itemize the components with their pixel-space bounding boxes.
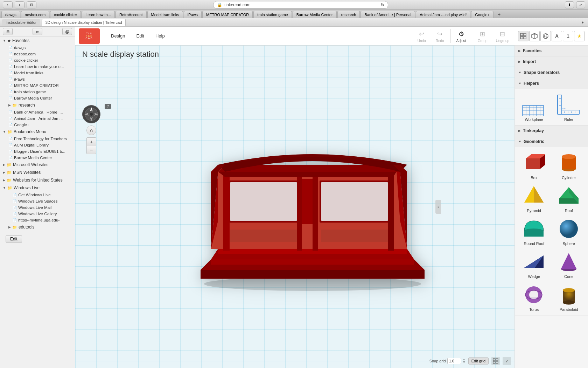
panel-geometric-header[interactable]: ▼ Geometric [515, 136, 588, 147]
sidebar-item-wl-gallery[interactable]: 📄 Windows Live Gallery [0, 211, 75, 217]
shape-item-roof[interactable]: Roof [553, 183, 585, 213]
shape-item-torus[interactable]: Torus [518, 282, 550, 312]
panel-favorites-header[interactable]: ▶ Favorites [515, 46, 588, 56]
tab-barrow[interactable]: Barrow Media Center [293, 11, 337, 18]
sidebar-item-animaljam[interactable]: 📄 Animal Jam - Animal Jam... [0, 115, 75, 122]
sidebar-item-ipaws[interactable]: 📄 iPaws [0, 76, 75, 82]
text-view-btn[interactable]: A [552, 31, 562, 41]
url-bar[interactable]: 🔒 tinkercad.com ↻ [213, 1, 388, 9]
panel-tinkerplay-header[interactable]: ▶ Tinkerplay [515, 125, 588, 136]
panel-shape-generators-header[interactable]: ▼ Shape Generators [515, 67, 588, 78]
sidebar-item-mytime[interactable]: 📄 https--mytime.uga.edu- [0, 217, 75, 223]
shape-item-wedge[interactable]: Wedge [518, 249, 550, 279]
canvas-area[interactable]: N scale display station [75, 46, 514, 368]
tab-cookie[interactable]: cookie clicker [50, 11, 81, 18]
tab-train[interactable]: train station game [253, 11, 292, 18]
sidebar-item-train[interactable]: 📄 train station game [0, 89, 75, 95]
redo-button[interactable]: ↪ Redo [432, 28, 448, 44]
refresh-button[interactable]: ↻ [381, 2, 384, 7]
sidebar-item-ftt[interactable]: 📄 Free Technology for Teachers [0, 136, 75, 142]
zoom-in-button[interactable]: + [86, 137, 96, 146]
new-split-tab-button[interactable]: + [580, 20, 586, 25]
edutools-folder[interactable]: ▶ 📁 edutools [0, 223, 75, 231]
fullscreen-button[interactable]: ⤢ [576, 1, 585, 8]
sidebar-item-wl-spaces[interactable]: 📄 Windows Live Spaces [0, 198, 75, 204]
sidebar-item-wl-mail[interactable]: 📄 Windows Live Mail [0, 204, 75, 211]
sidebar-item-bank[interactable]: 📄 Bank of America | Home |... [0, 109, 75, 115]
sidebar-item-tram[interactable]: 📄 Model tram links [0, 70, 75, 76]
compass-help[interactable]: ? [105, 104, 111, 109]
msn-folder[interactable]: ▶ 📁 MSN Websites [0, 169, 75, 176]
panel-import-header[interactable]: ▶ Import [515, 56, 588, 67]
number-view-btn[interactable]: 1 [563, 31, 573, 41]
tab-nesbox[interactable]: nesbox.com [21, 11, 49, 18]
sidebar-item-google[interactable]: 📄 Google+ [0, 122, 75, 128]
sidebar-item-acm[interactable]: 📄 ACM Digital Library [0, 142, 75, 148]
sidebar-list-icon[interactable]: ⊟ [3, 28, 13, 35]
edit-grid-button[interactable]: Edit grid [468, 357, 489, 364]
windows-live-folder[interactable]: ▼ 📁 Windows Live [0, 184, 75, 192]
edit-button[interactable]: Edit [6, 235, 22, 243]
tc-design-btn[interactable]: Design [105, 31, 131, 41]
panel-helpers-header[interactable]: ▼ Helpers [515, 78, 588, 89]
tab-button[interactable]: ⊡ [27, 1, 36, 8]
tc-help-btn[interactable]: Help [150, 31, 170, 41]
sidebar-item-nesbox[interactable]: 📄 nesbox.com [0, 51, 75, 57]
forward-button[interactable]: › [15, 1, 24, 8]
sidebar-item-metro[interactable]: 📄 METRO MAP CREATOR [0, 82, 75, 89]
sidebar-item-cookie[interactable]: 📄 cookie clicker [0, 57, 75, 63]
sidebar-item-learn[interactable]: 📄 Learn how to make your o... [0, 63, 75, 70]
group-button[interactable]: ⊞ Group [475, 28, 490, 44]
tab-dawgs[interactable]: dawgs [1, 11, 20, 18]
sidebar-at-icon[interactable]: @ [62, 28, 72, 35]
adjust-button[interactable]: ⚙ Adjust [454, 28, 469, 44]
tab-research[interactable]: research [337, 11, 360, 18]
shape-item-round-roof[interactable]: Round Roof [518, 216, 550, 246]
shape-item-cylinder[interactable]: Cylinder [553, 150, 585, 180]
shape-item-paraboloid[interactable]: Paraboloid [553, 282, 585, 312]
compass-control[interactable] [82, 105, 100, 123]
sidebar-item-barrow2[interactable]: 📄 Barrow Media Center [0, 155, 75, 161]
tc-edit-btn[interactable]: Edit [131, 31, 149, 41]
snap-down-button[interactable]: ▼ [463, 361, 465, 364]
us-folder[interactable]: ▶ 📁 Websites for United States [0, 176, 75, 184]
favorites-folder[interactable]: ▼ ★ Favorites [0, 37, 75, 45]
ungroup-button[interactable]: ⊟ Ungroup [493, 28, 512, 44]
sidebar-item-blogger[interactable]: 📄 Blogger: Dicer's EDU651 b... [0, 148, 75, 155]
grid-view-btn[interactable] [518, 31, 528, 41]
sidebar-item-dawgs[interactable]: 📄 dawgs [0, 45, 75, 51]
tab-tram[interactable]: Model tram links [147, 11, 183, 18]
sidebar-item-get-wl[interactable]: 📄 Get Windows Live [0, 192, 75, 198]
star-view-btn[interactable]: ★ [574, 31, 584, 41]
tab-google[interactable]: Google+ [471, 11, 493, 18]
sidebar-loop-icon[interactable]: ∞ [33, 28, 42, 35]
sphere-view-btn[interactable] [540, 31, 551, 41]
undo-button[interactable]: ↩ Undo [414, 28, 429, 44]
shape-item-cone[interactable]: Cone [553, 249, 585, 279]
sidebar-item-barrow1[interactable]: 📄 Barrow Media Center [0, 95, 75, 101]
cube-view-btn[interactable] [529, 31, 540, 41]
tab-retro[interactable]: RetroAccount [115, 11, 147, 18]
home-view-button[interactable]: ⌂ [86, 125, 96, 135]
tab-ipaws[interactable]: iPaws [184, 11, 202, 18]
zoom-out-button[interactable]: − [86, 146, 96, 154]
tab-metro[interactable]: METRO MAP CREATOR [202, 11, 253, 18]
share-button[interactable]: ⬆ [565, 1, 574, 8]
split-tab-instructable[interactable]: Instructable Editor [2, 19, 40, 26]
shape-item-workplane[interactable]: Workplane [518, 92, 550, 122]
bookmarks-menu-folder[interactable]: ▼ 📁 Bookmarks Menu [0, 128, 75, 136]
research-folder[interactable]: ▶ 📁 research [0, 101, 75, 109]
split-tab-tinkercad[interactable]: 3D design N scale display station | Tink… [42, 19, 126, 26]
snap-grid-input[interactable] [447, 358, 461, 364]
tab-animaljam[interactable]: Animal Jam -...nd play wild! [416, 11, 470, 18]
microsoft-folder[interactable]: ▶ 📁 Microsoft Websites [0, 161, 75, 169]
shape-item-box[interactable]: Box [518, 150, 550, 180]
shape-item-ruler[interactable]: mm Ruler [553, 92, 585, 122]
tab-learn[interactable]: Learn how to... [82, 11, 115, 18]
panel-toggle-button[interactable]: › [435, 200, 441, 214]
expand-button[interactable]: ⤢ [503, 357, 511, 365]
back-button[interactable]: ‹ [3, 1, 13, 8]
shape-item-pyramid[interactable]: Pyramid [518, 183, 550, 213]
tab-bank[interactable]: Bank of Ameri...• | Personal [360, 11, 415, 18]
shape-item-sphere[interactable]: Sphere [553, 216, 585, 246]
